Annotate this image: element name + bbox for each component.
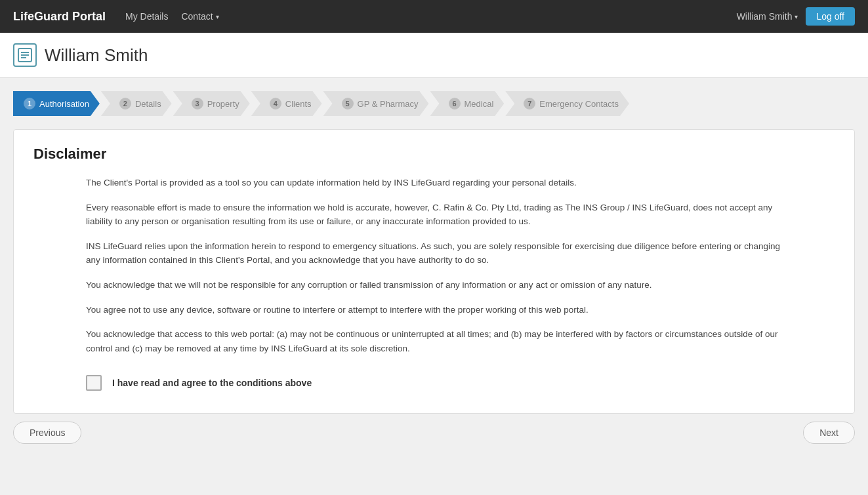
user-icon <box>13 43 37 67</box>
disclaimer-para-6: You acknowledge that access to this web … <box>86 327 795 355</box>
disclaimer-body: The Client's Portal is provided as a too… <box>86 176 795 355</box>
navbar-links: My Details Contact <box>125 11 737 22</box>
wizard-step-5[interactable]: 5 GP & Pharmacy <box>323 91 429 116</box>
step-label-2: Details <box>135 99 161 109</box>
disclaimer-card: Disclaimer The Client's Portal is provid… <box>13 129 855 414</box>
step-num-4: 4 <box>270 98 281 109</box>
agree-row: I have read and agree to the conditions … <box>86 375 835 391</box>
step-label-4: Clients <box>285 99 312 109</box>
wizard-step-1[interactable]: 1 Authorisation <box>13 91 100 116</box>
step-num-1: 1 <box>24 98 35 109</box>
wizard-step-6[interactable]: 6 Medical <box>430 91 505 116</box>
disclaimer-para-3: INS LifeGuard relies upon the informatio… <box>86 239 795 267</box>
navbar-brand: LifeGuard Portal <box>13 10 106 24</box>
disclaimer-title: Disclaimer <box>33 146 835 163</box>
agree-label: I have read and agree to the conditions … <box>112 378 312 388</box>
navbar: LifeGuard Portal My Details Contact Will… <box>0 0 868 33</box>
navbar-user[interactable]: William Smith <box>737 11 798 22</box>
disclaimer-para-1: The Client's Portal is provided as a too… <box>86 176 795 190</box>
step-num-6: 6 <box>449 98 461 109</box>
navbar-link-mydetails[interactable]: My Details <box>125 11 168 22</box>
agree-checkbox[interactable] <box>86 375 102 391</box>
previous-button[interactable]: Previous <box>13 422 81 444</box>
step-num-5: 5 <box>342 98 354 109</box>
logoff-button[interactable]: Log off <box>806 7 855 26</box>
navbar-link-contact[interactable]: Contact <box>181 11 218 22</box>
step-label-5: GP & Pharmacy <box>358 99 419 109</box>
main-content: 1 Authorisation 2 Details 3 Property 4 C… <box>0 78 868 460</box>
step-num-2: 2 <box>119 98 131 109</box>
wizard-step-2[interactable]: 2 Details <box>101 91 172 116</box>
next-button[interactable]: Next <box>803 422 855 444</box>
wizard-steps: 1 Authorisation 2 Details 3 Property 4 C… <box>13 91 855 116</box>
disclaimer-para-4: You acknowledge that we will not be resp… <box>86 278 795 292</box>
step-num-3: 3 <box>192 98 203 109</box>
step-label-1: Authorisation <box>39 99 89 109</box>
step-label-7: Emergency Contacts <box>539 99 619 109</box>
disclaimer-para-5: You agree not to use any device, softwar… <box>86 303 795 317</box>
page-title: William Smith <box>45 45 148 66</box>
wizard-step-3[interactable]: 3 Property <box>173 91 250 116</box>
step-label-6: Medical <box>465 99 494 109</box>
disclaimer-para-2: Every reasonable effort is made to ensur… <box>86 201 795 229</box>
step-label-3: Property <box>207 99 239 109</box>
step-num-7: 7 <box>524 98 535 109</box>
page-header: William Smith <box>0 33 868 78</box>
navbar-right: William Smith Log off <box>737 7 855 26</box>
wizard-step-7[interactable]: 7 Emergency Contacts <box>505 91 629 116</box>
footer-nav: Previous Next <box>13 414 855 446</box>
wizard-step-4[interactable]: 4 Clients <box>251 91 322 116</box>
